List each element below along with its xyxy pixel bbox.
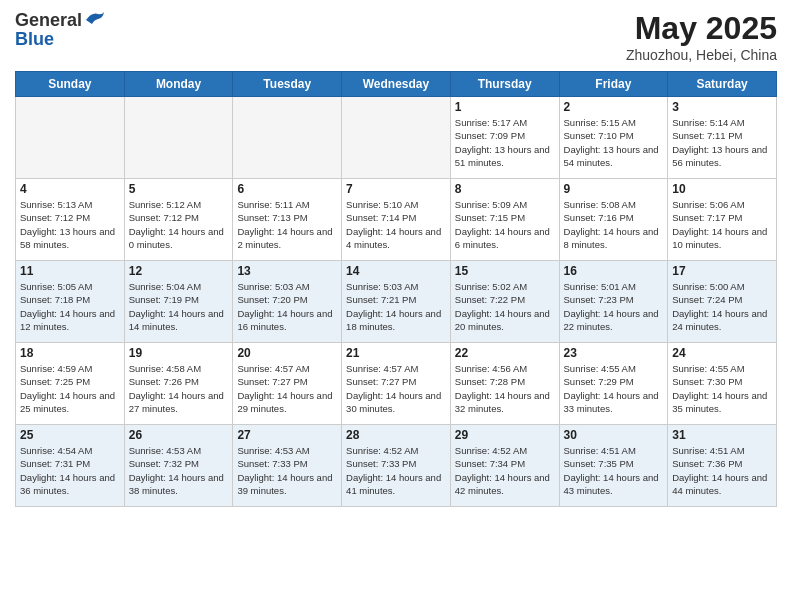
calendar-week-2: 4Sunrise: 5:13 AMSunset: 7:12 PMDaylight… — [16, 179, 777, 261]
day-number: 18 — [20, 346, 120, 360]
day-info: Sunrise: 5:14 AMSunset: 7:11 PMDaylight:… — [672, 116, 772, 169]
day-info: Sunrise: 5:02 AMSunset: 7:22 PMDaylight:… — [455, 280, 555, 333]
day-number: 8 — [455, 182, 555, 196]
calendar-cell: 31Sunrise: 4:51 AMSunset: 7:36 PMDayligh… — [668, 425, 777, 507]
calendar-week-1: 1Sunrise: 5:17 AMSunset: 7:09 PMDaylight… — [16, 97, 777, 179]
day-info: Sunrise: 4:53 AMSunset: 7:32 PMDaylight:… — [129, 444, 229, 497]
day-number: 5 — [129, 182, 229, 196]
day-number: 14 — [346, 264, 446, 278]
day-info: Sunrise: 5:09 AMSunset: 7:15 PMDaylight:… — [455, 198, 555, 251]
calendar-cell: 12Sunrise: 5:04 AMSunset: 7:19 PMDayligh… — [124, 261, 233, 343]
weekday-header-monday: Monday — [124, 72, 233, 97]
calendar-cell: 11Sunrise: 5:05 AMSunset: 7:18 PMDayligh… — [16, 261, 125, 343]
day-info: Sunrise: 5:01 AMSunset: 7:23 PMDaylight:… — [564, 280, 664, 333]
day-number: 25 — [20, 428, 120, 442]
calendar-cell: 2Sunrise: 5:15 AMSunset: 7:10 PMDaylight… — [559, 97, 668, 179]
calendar-cell: 7Sunrise: 5:10 AMSunset: 7:14 PMDaylight… — [342, 179, 451, 261]
day-number: 23 — [564, 346, 664, 360]
day-number: 16 — [564, 264, 664, 278]
day-number: 22 — [455, 346, 555, 360]
month-title: May 2025 — [626, 10, 777, 47]
day-info: Sunrise: 5:03 AMSunset: 7:21 PMDaylight:… — [346, 280, 446, 333]
calendar-cell: 28Sunrise: 4:52 AMSunset: 7:33 PMDayligh… — [342, 425, 451, 507]
header: General Blue May 2025 Zhuozhou, Hebei, C… — [15, 10, 777, 63]
calendar-cell: 10Sunrise: 5:06 AMSunset: 7:17 PMDayligh… — [668, 179, 777, 261]
day-number: 21 — [346, 346, 446, 360]
weekday-header-tuesday: Tuesday — [233, 72, 342, 97]
weekday-header-wednesday: Wednesday — [342, 72, 451, 97]
calendar-cell — [16, 97, 125, 179]
day-info: Sunrise: 4:52 AMSunset: 7:33 PMDaylight:… — [346, 444, 446, 497]
calendar-cell: 1Sunrise: 5:17 AMSunset: 7:09 PMDaylight… — [450, 97, 559, 179]
day-info: Sunrise: 5:11 AMSunset: 7:13 PMDaylight:… — [237, 198, 337, 251]
day-info: Sunrise: 5:05 AMSunset: 7:18 PMDaylight:… — [20, 280, 120, 333]
calendar-cell: 15Sunrise: 5:02 AMSunset: 7:22 PMDayligh… — [450, 261, 559, 343]
calendar-cell: 4Sunrise: 5:13 AMSunset: 7:12 PMDaylight… — [16, 179, 125, 261]
weekday-header-friday: Friday — [559, 72, 668, 97]
day-number: 13 — [237, 264, 337, 278]
logo-bird-icon — [84, 10, 106, 28]
calendar-cell: 20Sunrise: 4:57 AMSunset: 7:27 PMDayligh… — [233, 343, 342, 425]
calendar-cell: 27Sunrise: 4:53 AMSunset: 7:33 PMDayligh… — [233, 425, 342, 507]
day-number: 31 — [672, 428, 772, 442]
calendar-cell — [124, 97, 233, 179]
day-info: Sunrise: 4:51 AMSunset: 7:36 PMDaylight:… — [672, 444, 772, 497]
day-number: 12 — [129, 264, 229, 278]
day-info: Sunrise: 5:00 AMSunset: 7:24 PMDaylight:… — [672, 280, 772, 333]
calendar-week-4: 18Sunrise: 4:59 AMSunset: 7:25 PMDayligh… — [16, 343, 777, 425]
weekday-header-thursday: Thursday — [450, 72, 559, 97]
day-number: 11 — [20, 264, 120, 278]
page: General Blue May 2025 Zhuozhou, Hebei, C… — [0, 0, 792, 612]
day-number: 10 — [672, 182, 772, 196]
location-subtitle: Zhuozhou, Hebei, China — [626, 47, 777, 63]
day-info: Sunrise: 4:59 AMSunset: 7:25 PMDaylight:… — [20, 362, 120, 415]
day-info: Sunrise: 5:12 AMSunset: 7:12 PMDaylight:… — [129, 198, 229, 251]
calendar-cell — [233, 97, 342, 179]
calendar-cell: 26Sunrise: 4:53 AMSunset: 7:32 PMDayligh… — [124, 425, 233, 507]
day-number: 9 — [564, 182, 664, 196]
day-number: 20 — [237, 346, 337, 360]
logo-blue: Blue — [15, 29, 106, 50]
day-info: Sunrise: 5:15 AMSunset: 7:10 PMDaylight:… — [564, 116, 664, 169]
weekday-header-row: SundayMondayTuesdayWednesdayThursdayFrid… — [16, 72, 777, 97]
day-info: Sunrise: 5:06 AMSunset: 7:17 PMDaylight:… — [672, 198, 772, 251]
day-info: Sunrise: 5:04 AMSunset: 7:19 PMDaylight:… — [129, 280, 229, 333]
calendar-cell: 14Sunrise: 5:03 AMSunset: 7:21 PMDayligh… — [342, 261, 451, 343]
calendar-cell: 3Sunrise: 5:14 AMSunset: 7:11 PMDaylight… — [668, 97, 777, 179]
day-info: Sunrise: 5:13 AMSunset: 7:12 PMDaylight:… — [20, 198, 120, 251]
calendar-cell: 23Sunrise: 4:55 AMSunset: 7:29 PMDayligh… — [559, 343, 668, 425]
calendar-week-5: 25Sunrise: 4:54 AMSunset: 7:31 PMDayligh… — [16, 425, 777, 507]
weekday-header-saturday: Saturday — [668, 72, 777, 97]
day-number: 6 — [237, 182, 337, 196]
day-info: Sunrise: 4:52 AMSunset: 7:34 PMDaylight:… — [455, 444, 555, 497]
calendar-cell: 8Sunrise: 5:09 AMSunset: 7:15 PMDaylight… — [450, 179, 559, 261]
day-info: Sunrise: 4:57 AMSunset: 7:27 PMDaylight:… — [346, 362, 446, 415]
day-number: 19 — [129, 346, 229, 360]
calendar-cell: 21Sunrise: 4:57 AMSunset: 7:27 PMDayligh… — [342, 343, 451, 425]
calendar-cell: 25Sunrise: 4:54 AMSunset: 7:31 PMDayligh… — [16, 425, 125, 507]
title-block: May 2025 Zhuozhou, Hebei, China — [626, 10, 777, 63]
day-number: 2 — [564, 100, 664, 114]
calendar-cell: 18Sunrise: 4:59 AMSunset: 7:25 PMDayligh… — [16, 343, 125, 425]
day-info: Sunrise: 4:55 AMSunset: 7:29 PMDaylight:… — [564, 362, 664, 415]
calendar-cell: 6Sunrise: 5:11 AMSunset: 7:13 PMDaylight… — [233, 179, 342, 261]
logo-general: General — [15, 10, 82, 31]
day-number: 7 — [346, 182, 446, 196]
calendar-cell: 22Sunrise: 4:56 AMSunset: 7:28 PMDayligh… — [450, 343, 559, 425]
day-info: Sunrise: 5:03 AMSunset: 7:20 PMDaylight:… — [237, 280, 337, 333]
day-number: 30 — [564, 428, 664, 442]
day-number: 29 — [455, 428, 555, 442]
day-info: Sunrise: 4:55 AMSunset: 7:30 PMDaylight:… — [672, 362, 772, 415]
calendar-table: SundayMondayTuesdayWednesdayThursdayFrid… — [15, 71, 777, 507]
calendar-cell: 16Sunrise: 5:01 AMSunset: 7:23 PMDayligh… — [559, 261, 668, 343]
day-info: Sunrise: 4:54 AMSunset: 7:31 PMDaylight:… — [20, 444, 120, 497]
calendar-cell: 29Sunrise: 4:52 AMSunset: 7:34 PMDayligh… — [450, 425, 559, 507]
day-number: 4 — [20, 182, 120, 196]
day-number: 3 — [672, 100, 772, 114]
day-info: Sunrise: 5:17 AMSunset: 7:09 PMDaylight:… — [455, 116, 555, 169]
calendar-cell: 5Sunrise: 5:12 AMSunset: 7:12 PMDaylight… — [124, 179, 233, 261]
calendar-cell: 13Sunrise: 5:03 AMSunset: 7:20 PMDayligh… — [233, 261, 342, 343]
calendar-cell: 30Sunrise: 4:51 AMSunset: 7:35 PMDayligh… — [559, 425, 668, 507]
day-number: 28 — [346, 428, 446, 442]
day-number: 15 — [455, 264, 555, 278]
